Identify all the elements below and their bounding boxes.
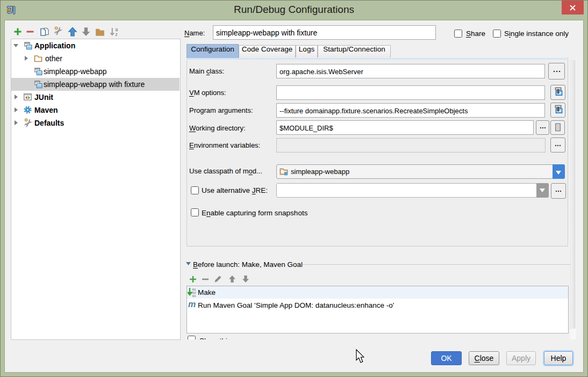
svg-text:01: 01 xyxy=(192,294,197,298)
svg-text:z: z xyxy=(115,32,117,37)
